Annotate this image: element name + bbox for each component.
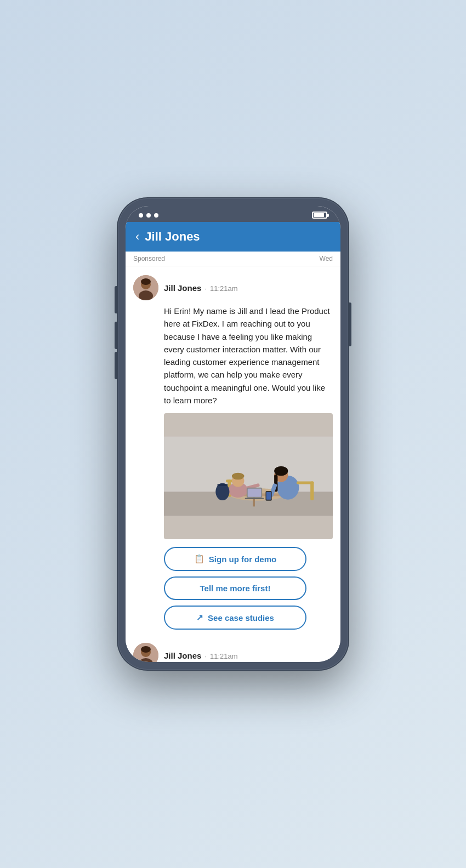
signal-dot-2 <box>146 213 151 218</box>
svg-point-20 <box>274 466 288 476</box>
phone-frame: ‹ Jill Jones Sponsored Wed <box>118 198 348 670</box>
signal-dot-1 <box>139 213 143 218</box>
chat-content: Jill Jones · 11:21am Hi Erin! My name is… <box>126 266 340 662</box>
message-block-2: Jill Jones · 11:21am Thanks for signing … <box>133 643 333 662</box>
message-time-1: 11:21am <box>210 284 238 293</box>
sender-name-2: Jill Jones <box>164 651 201 660</box>
tell-me-more-button[interactable]: Tell me more first! <box>164 576 306 600</box>
message-header-1: Jill Jones · 11:21am <box>133 275 333 300</box>
avatar-1 <box>133 275 158 300</box>
svg-rect-17 <box>245 498 264 500</box>
svg-rect-28 <box>217 484 228 486</box>
external-link-icon: ↗ <box>196 613 203 623</box>
svg-point-31 <box>141 646 151 653</box>
svg-rect-24 <box>266 492 271 500</box>
clipboard-icon: 📋 <box>194 554 204 564</box>
svg-point-13 <box>232 473 245 480</box>
message-text-1: Hi Erin! My name is Jill and I lead the … <box>164 305 333 407</box>
sponsored-bar: Sponsored Wed <box>126 252 340 266</box>
sign-up-demo-button[interactable]: 📋 Sign up for demo <box>164 547 306 571</box>
message-block-1: Jill Jones · 11:21am Hi Erin! My name is… <box>133 275 333 630</box>
message-meta-2: Jill Jones · 11:21am <box>164 651 238 660</box>
svg-rect-10 <box>226 479 233 482</box>
message-meta-1: Jill Jones · 11:21am <box>164 283 238 293</box>
date-label: Wed <box>320 255 333 262</box>
battery-icon <box>312 212 327 219</box>
message-time-2: 11:21am <box>210 652 238 660</box>
header-title: Jill Jones <box>145 230 200 244</box>
phone-screen: ‹ Jill Jones Sponsored Wed <box>126 206 340 662</box>
action-buttons: 📋 Sign up for demo Tell me more first! ↗… <box>164 547 333 630</box>
sponsored-label: Sponsored <box>133 255 165 262</box>
signal-dot-3 <box>154 213 158 218</box>
signal-dots <box>139 213 158 218</box>
back-button[interactable]: ‹ <box>135 231 139 243</box>
svg-point-2 <box>141 278 151 285</box>
chat-header: ‹ Jill Jones <box>126 222 340 252</box>
see-case-studies-button[interactable]: ↗ See case studies <box>164 606 306 630</box>
sender-name-1: Jill Jones <box>164 283 201 293</box>
message-body-1: Hi Erin! My name is Jill and I lead the … <box>164 305 333 630</box>
message-header-2: Jill Jones · 11:21am <box>133 643 333 662</box>
svg-rect-16 <box>248 489 262 497</box>
avatar-2 <box>133 643 158 662</box>
svg-rect-26 <box>310 481 314 500</box>
status-bar <box>126 206 340 222</box>
message-image-1 <box>164 413 333 539</box>
